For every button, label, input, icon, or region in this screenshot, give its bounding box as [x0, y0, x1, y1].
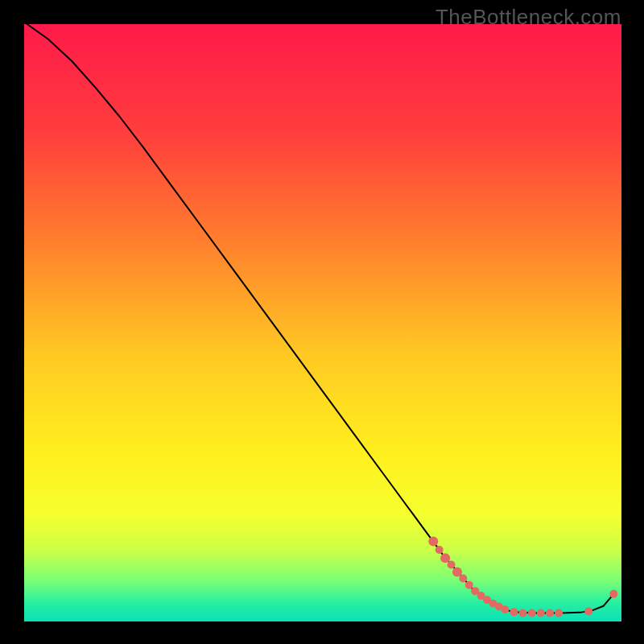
highlight-dot [510, 608, 518, 616]
highlight-dot [459, 575, 467, 583]
chart-plot-area [24, 24, 621, 621]
highlight-dot [428, 537, 438, 547]
highlight-dot [528, 609, 536, 617]
highlight-dot [448, 561, 456, 569]
highlight-dot [584, 607, 592, 615]
chart-highlight-dots [24, 24, 621, 621]
highlight-dot [609, 590, 617, 598]
highlight-dot [436, 546, 444, 554]
highlight-dot [501, 605, 509, 613]
watermark-text: TheBottleneck.com [436, 5, 621, 30]
highlight-dot [465, 581, 473, 589]
highlight-dot [440, 553, 450, 563]
highlight-dot [555, 609, 563, 617]
highlight-dot [519, 609, 527, 617]
highlight-dot [452, 567, 462, 576]
highlight-dot [546, 609, 554, 617]
highlight-dot [537, 609, 545, 617]
